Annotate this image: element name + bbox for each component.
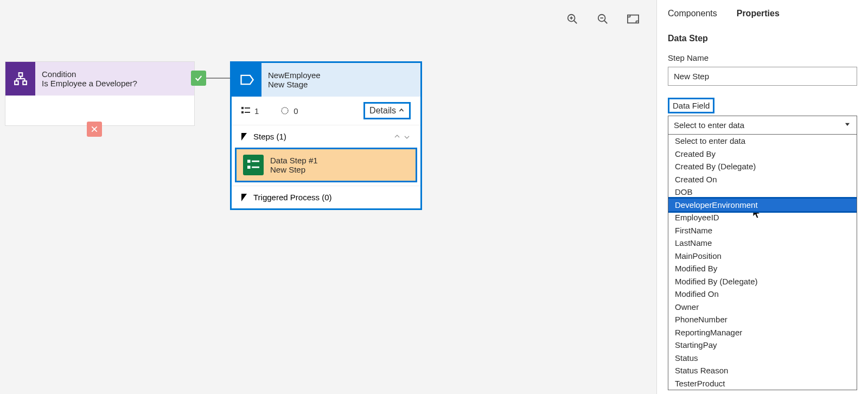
condition-type: Condition — [42, 69, 188, 79]
dropdown-option[interactable]: PhoneNumber — [668, 313, 857, 326]
data-field-dropdown[interactable]: Select to enter dataCreated ByCreated By… — [668, 135, 857, 390]
svg-rect-7 — [628, 15, 639, 23]
stage-stats-row: 1 0 Details — [232, 97, 420, 125]
svg-rect-23 — [241, 111, 244, 113]
connector-line — [206, 78, 233, 79]
steps-section[interactable]: Steps (1) — [232, 125, 420, 148]
fit-screen-icon[interactable] — [626, 12, 640, 26]
dropdown-option[interactable]: Created By — [668, 148, 857, 161]
dropdown-option[interactable]: Select to enter data — [668, 135, 857, 148]
svg-rect-30 — [252, 167, 259, 168]
reorder-arrows[interactable] — [393, 133, 411, 141]
condition-body — [5, 96, 194, 125]
dropdown-option[interactable]: EmployeeID — [668, 211, 857, 224]
dropdown-option[interactable]: DeveloperEnvironment — [668, 197, 857, 213]
stage-header: NewEmployee New Stage — [232, 63, 420, 97]
x-icon[interactable] — [87, 122, 102, 137]
dropdown-option[interactable]: FirstName — [668, 224, 857, 237]
details-button[interactable]: Details — [363, 102, 411, 119]
collapse-icon — [241, 194, 247, 201]
svg-rect-24 — [245, 107, 250, 109]
triggered-heading: Triggered Process (0) — [253, 193, 332, 202]
form-icon — [243, 155, 264, 175]
stage-icon — [232, 63, 261, 97]
panel-tabs: Components Properties — [657, 0, 868, 25]
dropdown-option[interactable]: Modified By (Delegate) — [668, 275, 857, 288]
steps-heading: Steps (1) — [253, 132, 286, 141]
dropdown-option[interactable]: Modified By — [668, 262, 857, 275]
canvas-toolbar — [565, 12, 640, 26]
svg-rect-13 — [15, 81, 18, 85]
dropdown-option[interactable]: Modified On — [668, 288, 857, 301]
condition-icon — [5, 62, 35, 96]
step-name-input[interactable] — [668, 67, 857, 86]
check-icon[interactable] — [191, 71, 206, 86]
dropdown-option[interactable]: Status — [668, 352, 857, 365]
svg-rect-22 — [241, 107, 244, 109]
stat-steps-count: 1 — [254, 106, 259, 116]
svg-rect-25 — [245, 112, 250, 113]
step-name: New Step — [270, 165, 318, 174]
svg-marker-31 — [845, 123, 850, 126]
condition-header: Condition Is Employee a Developer? — [5, 62, 194, 96]
chevron-up-icon — [398, 106, 405, 116]
data-field-label: Data Field — [668, 98, 714, 113]
svg-rect-14 — [23, 81, 27, 85]
dropdown-option[interactable]: LastName — [668, 237, 857, 250]
stat-triggers-count: 0 — [293, 106, 298, 116]
select-value: Select to enter data — [674, 120, 744, 130]
condition-labels: Condition Is Employee a Developer? — [35, 62, 194, 96]
panel-body: Data Step Step Name Data Field Select to… — [657, 25, 868, 394]
step-title: Data Step #1 — [270, 156, 318, 165]
svg-rect-12 — [18, 73, 22, 77]
zoom-in-icon[interactable] — [565, 12, 579, 26]
condition-name: Is Employee a Developer? — [42, 79, 188, 88]
stage-node[interactable]: NewEmployee New Stage 1 0 Details Steps — [230, 61, 422, 210]
dropdown-option[interactable]: MainPosition — [668, 250, 857, 263]
step-name-label: Step Name — [668, 53, 857, 62]
stage-entity: NewEmployee — [268, 71, 414, 80]
stage-name: New Stage — [268, 80, 414, 89]
stat-triggers: 0 — [280, 106, 298, 116]
canvas[interactable]: Condition Is Employee a Developer? NewEm… — [0, 0, 656, 394]
dropdown-option[interactable]: StartingPay — [668, 339, 857, 352]
collapse-icon — [241, 133, 247, 141]
data-step-row[interactable]: Data Step #1 New Step — [235, 148, 417, 182]
dropdown-option[interactable]: Created On — [668, 173, 857, 186]
right-panel: Components Properties Data Step Step Nam… — [656, 0, 868, 394]
stage-labels: NewEmployee New Stage — [261, 63, 420, 97]
chevron-down-icon — [844, 120, 851, 130]
svg-rect-28 — [247, 166, 251, 169]
condition-node[interactable]: Condition Is Employee a Developer? — [5, 61, 195, 126]
zoom-out-icon[interactable] — [596, 12, 610, 26]
dropdown-option[interactable]: TesterProduct — [668, 377, 857, 390]
dropdown-option[interactable]: Created By (Delegate) — [668, 160, 857, 173]
data-field-select[interactable]: Select to enter data — [668, 116, 857, 135]
dropdown-option[interactable]: ReportingManager — [668, 326, 857, 339]
panel-heading: Data Step — [668, 34, 857, 43]
tab-components[interactable]: Components — [668, 9, 717, 18]
svg-point-26 — [282, 107, 288, 114]
svg-rect-29 — [252, 161, 259, 162]
dropdown-option[interactable]: Owner — [668, 301, 857, 314]
svg-marker-21 — [241, 75, 253, 84]
stat-steps: 1 — [241, 106, 259, 116]
svg-line-5 — [604, 21, 608, 24]
details-label: Details — [369, 106, 396, 116]
step-labels: Data Step #1 New Step — [270, 156, 318, 174]
svg-line-1 — [574, 21, 577, 24]
dropdown-option[interactable]: Status Reason — [668, 364, 857, 377]
svg-rect-27 — [247, 160, 251, 163]
tab-properties[interactable]: Properties — [737, 9, 780, 18]
triggered-section[interactable]: Triggered Process (0) — [232, 186, 420, 208]
